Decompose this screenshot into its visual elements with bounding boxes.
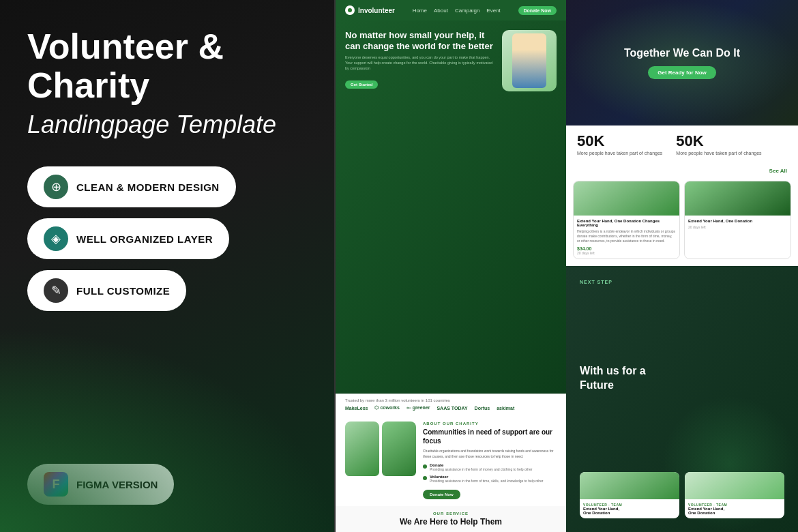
brand-coworks: ⬡ coworks xyxy=(374,405,399,411)
bottom-card-image-1 xyxy=(580,472,679,499)
nav-links: Home About Campaign Event xyxy=(413,8,501,14)
bottom-card-body-2: VOLUNTEER · TEAM Extend Your Hand, One D… xyxy=(685,499,784,518)
volunteer-desc: Providing assistance in the form of time… xyxy=(430,479,543,484)
about-image-1 xyxy=(345,422,379,499)
bottom-card-title-1: Extend Your Hand, One Donation xyxy=(583,507,676,515)
bottom-card-image-2 xyxy=(685,472,784,499)
campaign-desc-1: Helping others is a noble endeavor in wh… xyxy=(577,229,676,243)
stat-2: 50K More people have taken part of chang… xyxy=(676,132,761,157)
person-image xyxy=(512,33,546,88)
customize-icon: ✎ xyxy=(44,278,68,303)
trusted-text: Trusted by more than 3 million volunteer… xyxy=(345,398,557,402)
left-panel: Volunteer & Charity Landingpage Template… xyxy=(0,0,334,532)
see-all-link[interactable]: See All xyxy=(769,168,787,174)
bottom-cta-title: With us for a Future xyxy=(580,364,784,393)
logo-icon xyxy=(345,5,355,15)
brand-greener: ⟜ greener xyxy=(407,405,430,411)
campaign-body-2: Extend Your Hand, One Donation 20 days l… xyxy=(685,216,790,233)
campaign-image-1 xyxy=(574,181,679,216)
about-title: Communities in need of support are our f… xyxy=(423,428,557,445)
get-started-button[interactable]: Get Started xyxy=(345,80,378,89)
campaign-card-1: Extend Your Hand, One Donation Changes E… xyxy=(573,181,680,259)
campaign-title-1: Extend Your Hand, One Donation Changes E… xyxy=(577,219,676,227)
next-step-label: NEXT STEP xyxy=(580,280,784,284)
volunteer-dot xyxy=(423,476,427,480)
campaign-days-1: 20 days left xyxy=(577,251,676,255)
about-desc: Charitable organizations and foundation … xyxy=(423,449,557,459)
brand-saas: SAAS TODAY xyxy=(437,406,467,411)
hero-desc: Everyone deserves equal opportunities, a… xyxy=(345,55,495,71)
see-all-row: See All xyxy=(566,164,798,178)
customize-badge: ✎ FULL CUSTOMIZE xyxy=(27,270,186,311)
campaign-body-1: Extend Your Hand, One Donation Changes E… xyxy=(574,216,679,258)
about-label: ABOUT OUR CHARITY xyxy=(423,422,557,426)
trusted-section: Trusted by more than 3 million volunteer… xyxy=(336,394,566,415)
nav-about[interactable]: About xyxy=(434,8,448,14)
stat-1-desc: More people have taken part of changes xyxy=(577,150,662,157)
about-content: ABOUT OUR CHARITY Communities in need of… xyxy=(423,422,557,499)
brand-askimat: askimat xyxy=(497,406,514,411)
mockup-main: Involunteer Home About Campaign Event Do… xyxy=(334,0,566,532)
donate-dot xyxy=(423,464,427,469)
feature-donate: Donate Providing assistance in the form … xyxy=(423,463,557,472)
campaign-card-2: Extend Your Hand, One Donation 20 days l… xyxy=(684,181,791,259)
stat-1-number: 50K xyxy=(577,132,662,150)
figma-badge[interactable]: F FIGMA VERSION xyxy=(27,464,174,505)
top-right-panel: Together We Can Do It Get Ready for Now … xyxy=(566,0,798,266)
about-image-2 xyxy=(382,422,416,499)
campaign-days-2: 20 days left xyxy=(688,225,787,229)
nav-home[interactable]: Home xyxy=(413,8,427,14)
donate-now-button[interactable]: Donate Now xyxy=(423,490,460,499)
site-mockup: Involunteer Home About Campaign Event Do… xyxy=(336,0,566,532)
campaign-title-2: Extend Your Hand, One Donation xyxy=(688,219,787,223)
layer-badge: ◈ WELL ORGANIZED LAYER xyxy=(27,218,229,259)
site-nav: Involunteer Home About Campaign Event Do… xyxy=(336,0,566,20)
nav-donate-button[interactable]: Donate Now xyxy=(518,6,557,15)
bottom-card-1: VOLUNTEER · TEAM Extend Your Hand, One D… xyxy=(580,472,679,518)
clean-label: CLEAN & MODERN DESIGN xyxy=(76,181,220,193)
clean-design-badge: ⊕ CLEAN & MODERN DESIGN xyxy=(27,166,236,207)
main-title: Volunteer & Charity xyxy=(27,27,307,105)
stats-row: 50K More people have taken part of chang… xyxy=(566,125,798,164)
stat-2-number: 50K xyxy=(676,132,761,150)
nav-campaign[interactable]: Campaign xyxy=(455,8,479,14)
hero-title: No matter how small your help, it can ch… xyxy=(345,30,495,51)
stat-1: 50K More people have taken part of chang… xyxy=(577,132,662,157)
layer-label: WELL ORGANIZED LAYER xyxy=(76,233,213,245)
service-section: OUR SERVICE We Are Here to Help Them xyxy=(336,506,566,532)
figma-label: FIGMA VERSION xyxy=(76,479,158,490)
brand-logos: MakeLess ⬡ coworks ⟜ greener SAAS TODAY … xyxy=(345,405,557,411)
customize-label: FULL CUSTOMIZE xyxy=(76,285,170,297)
svg-point-0 xyxy=(348,8,352,12)
subtitle: Landingpage Template xyxy=(27,110,307,139)
stat-2-desc: More people have taken part of changes xyxy=(676,150,761,157)
donate-desc: Providing assistance in the form of mone… xyxy=(430,467,532,472)
hero-text: No matter how small your help, it can ch… xyxy=(345,30,495,388)
layer-icon: ◈ xyxy=(44,226,68,251)
ready-button[interactable]: Get Ready for Now xyxy=(648,66,716,79)
bottom-camp-cards: VOLUNTEER · TEAM Extend Your Hand, One D… xyxy=(580,472,784,518)
nav-event[interactable]: Event xyxy=(486,8,500,14)
clean-icon: ⊕ xyxy=(44,175,68,199)
bottom-right-panel: NEXT STEP With us for a Future VOLUNTEER… xyxy=(566,266,798,532)
campaign-image-2 xyxy=(685,181,790,216)
about-section: ABOUT OUR CHARITY Communities in need of… xyxy=(336,415,566,506)
figma-icon: F xyxy=(44,472,68,497)
service-title: We Are Here to Help Them xyxy=(345,517,557,527)
hero-section: No matter how small your help, it can ch… xyxy=(336,20,566,394)
bottom-card-title-2: Extend Your Hand, One Donation xyxy=(688,507,781,515)
brand-makeless: MakeLess xyxy=(345,406,368,411)
hero-image xyxy=(502,30,557,91)
campaign-cards: Extend Your Hand, One Donation Changes E… xyxy=(566,178,798,266)
brand-dorfus: Dorfus xyxy=(475,406,490,411)
service-label: OUR SERVICE xyxy=(345,512,557,516)
about-images xyxy=(345,422,416,499)
site-logo: Involunteer xyxy=(345,5,395,15)
logo-text: Involunteer xyxy=(358,7,395,14)
hero-dark-card: Together We Can Do It Get Ready for Now xyxy=(566,0,798,125)
campaign-price-1: $34.00 xyxy=(577,246,676,251)
bottom-card-body-1: VOLUNTEER · TEAM Extend Your Hand, One D… xyxy=(580,499,679,518)
right-panel: Involunteer Home About Campaign Event Do… xyxy=(334,0,798,532)
hero-dark-title: Together We Can Do It xyxy=(624,47,740,59)
feature-volunteer: Volunteer Providing assistance in the fo… xyxy=(423,475,557,484)
